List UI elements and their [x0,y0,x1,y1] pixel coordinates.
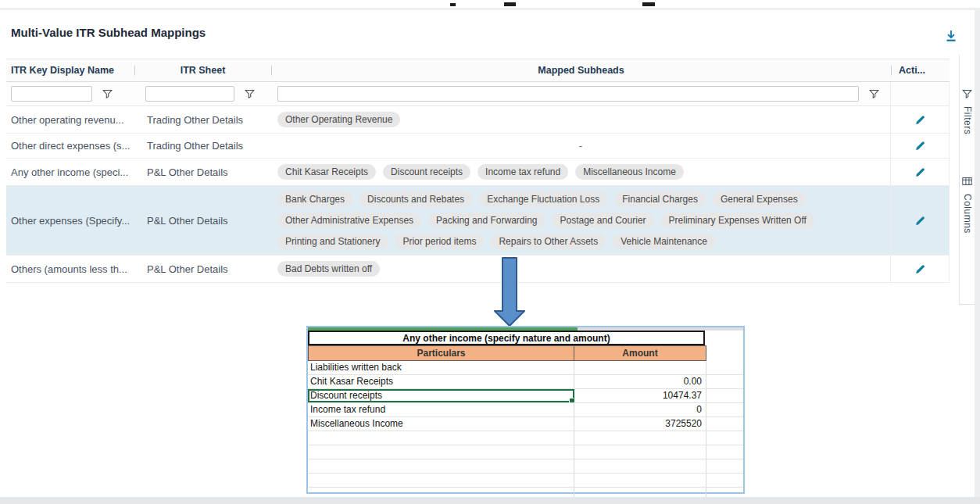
column-header-itr-key[interactable]: ITR Key Display Name [6,65,134,76]
funnel-icon[interactable] [102,89,113,98]
sheet-row: Chit Kasar Receipts0.00 [308,375,743,389]
itr-key-cell: Others (amounts less th... [6,256,134,282]
funnel-icon[interactable] [245,89,255,98]
subhead-chip: Preliminary Expenses Written Off [661,213,814,228]
filter-cell-mapped-subheads [271,82,891,105]
sheet-col-particulars: Particulars [308,345,574,361]
itr-sheet-cell: P&L Other Details [134,159,271,185]
edit-button[interactable] [914,140,926,152]
mapped-subheads-cell: Chit Kasar ReceiptsDiscount receiptsInco… [271,159,891,185]
sheet-row: Discount receipts10474.37 [308,389,743,403]
sheet-particulars-cell: Income tax refund [308,403,574,416]
subhead-chip: Packing and Forwarding [428,213,545,228]
sheet-spacer-cell [706,417,742,431]
column-header-itr-sheet[interactable]: ITR Sheet [134,65,271,76]
sheet-particulars-cell [308,431,574,445]
grid-body: Other operating revenu...Trading Other D… [6,106,950,283]
down-arrow [491,257,528,327]
sheet-spacer-cell [706,431,742,445]
actions-cell [891,106,950,133]
sheet-spacer-cell [706,389,742,402]
table-row: Other direct expenses (s...Trading Other… [6,134,950,159]
subhead-chip: Prior period items [395,234,484,249]
sheet-row: Miscellaneous Income3725520 [308,417,743,431]
header-divider [271,66,272,76]
sheet-active-cell: Discount receipts [308,389,574,402]
sheet-amount-cell: 0.00 [574,375,706,388]
subhead-chip: Other Operating Revenue [277,112,400,127]
sheet-particulars-cell [308,459,574,473]
mapped-subheads-cell: - [271,134,891,158]
edit-button[interactable] [914,263,926,275]
column-header-actions[interactable]: Acti... [891,65,950,76]
columns-icon [962,175,972,189]
sheet-particulars-cell [308,474,574,487]
sheet-amount-cell: 0 [574,403,706,416]
sheet-row [308,431,743,445]
sheet-col-amount: Amount [574,345,706,361]
subhead-chip: Printing and Stationery [277,234,388,249]
sheet-amount-cell [574,459,706,473]
subhead-chip: Bank Charges [277,191,352,207]
download-icon[interactable] [942,30,960,45]
header-divider [134,66,135,76]
edit-button[interactable] [914,215,926,227]
subhead-chip: Discount receipts [383,164,470,180]
sheet-row [308,474,743,488]
filter-cell-itr-sheet [134,86,271,102]
itr-sheet-cell: P&L Other Details [134,186,271,255]
itr-sheet-filter-input[interactable] [145,86,234,102]
mapped-subheads-cell: Bank ChargesDiscounts and RebatesExchang… [271,186,891,255]
empty-value: - [579,140,582,152]
mapped-subheads-filter-input[interactable] [277,86,859,102]
page-title: Multi-Value ITR Subhead Mappings [11,26,206,39]
sheet-body: Liabilities written backChit Kasar Recei… [308,361,743,502]
side-tab-filters[interactable]: Filters [962,88,973,134]
subhead-chip: Other Administrative Expenses [277,213,421,228]
subhead-chip: Income tax refund [477,164,568,180]
actions-cell [891,134,950,158]
subhead-chip: Exchange Fluctuation Loss [479,191,607,207]
clipped-glyph [504,2,516,6]
sheet-header-row: Particulars Amount [308,345,706,361]
side-tab-strip: FiltersColumns [959,55,975,305]
sheet-amount-cell [574,361,706,374]
mapped-subheads-cell: Other Operating Revenue [271,106,891,133]
filter-cell-itr-key [6,86,134,102]
side-tab-columns[interactable]: Columns [962,175,973,234]
actions-cell [891,186,950,255]
page: Multi-Value ITR Subhead Mappings ITR Key… [0,0,980,504]
sheet-amount-cell: 3725520 [574,417,706,431]
edit-button[interactable] [914,114,926,126]
table-row: Any other income (speci...P&L Other Deta… [6,159,950,186]
itr-key-filter-input[interactable] [11,86,92,102]
actions-cell [891,256,950,282]
column-header-mapped-subheads[interactable]: Mapped Subheads [271,65,891,76]
subhead-chip: Postage and Courier [552,213,653,228]
sheet-row: Income tax refund0 [308,403,743,417]
sheet-particulars-cell [308,445,574,459]
sheet-row [308,445,743,459]
sheet-spacer-cell [706,445,742,459]
itr-sheet-cell: Trading Other Details [134,134,271,158]
sheet-particulars-cell: Miscellaneous Income [308,417,574,431]
subhead-chip: Financial Charges [614,191,706,207]
sheet-spacer-cell [706,474,742,487]
sheet-amount-cell: 10474.37 [574,389,706,402]
grid-filter-row [6,82,950,106]
subhead-chip: Chit Kasar Receipts [277,164,376,180]
table-row: Other operating revenu...Trading Other D… [6,106,950,134]
filter-cell-actions [891,82,950,105]
grid-header: ITR Key Display Name ITR Sheet Mapped Su… [6,59,950,82]
funnel-icon[interactable] [869,89,879,98]
itr-key-cell: Other operating revenu... [6,106,134,133]
table-row: Others (amounts less th...P&L Other Deta… [6,256,950,283]
side-tab-label: Columns [962,194,973,234]
sheet-title: Any other income (specify nature and amo… [308,331,705,345]
sheet-spacer-cell [706,403,742,416]
itr-sheet-cell: Trading Other Details [134,106,271,133]
itr-key-cell: Other expenses (Specify... [6,186,134,255]
clipped-glyph [642,2,655,6]
subhead-chip: Discounts and Rebates [359,191,472,207]
edit-button[interactable] [914,166,926,178]
